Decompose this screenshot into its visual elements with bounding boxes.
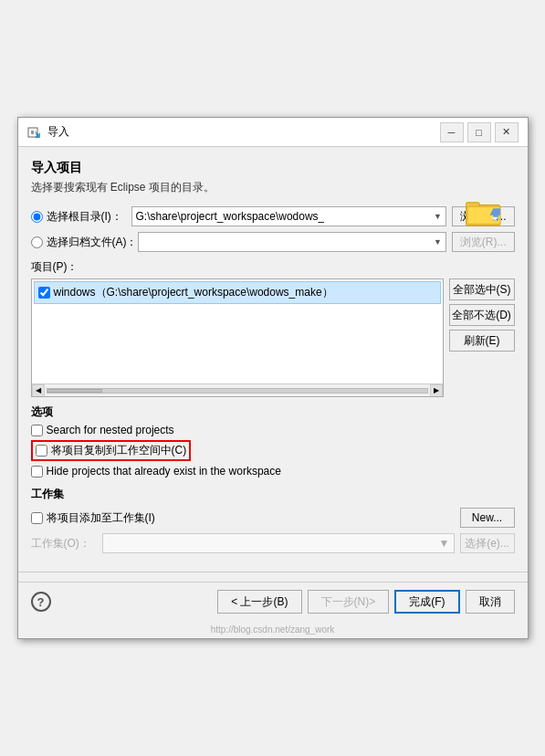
header-area: 导入项目 选择要搜索现有 Eclipse 项目的目录。 xyxy=(31,160,515,195)
titlebar-left: 导入 xyxy=(27,124,69,140)
footer-buttons: < 上一步(B) 下一步(N)> 完成(F) 取消 xyxy=(217,590,514,614)
bottom-bar: ? < 上一步(B) 下一步(N)> 完成(F) 取消 xyxy=(18,582,528,623)
select-all-button[interactable]: 全部选中(S) xyxy=(449,278,515,300)
page-title: 导入项目 xyxy=(31,160,515,176)
close-button[interactable]: ✕ xyxy=(495,122,519,142)
root-directory-combo[interactable]: G:\share\projecrt_workspace\wodows_ ▼ xyxy=(131,206,446,226)
add-to-workset-checkbox[interactable] xyxy=(31,512,43,524)
copy-to-workspace-row: 将项目复制到工作空间中(C) xyxy=(31,440,515,461)
copy-to-workspace-highlight: 将项目复制到工作空间中(C) xyxy=(31,440,192,461)
copy-to-workspace-checkbox[interactable] xyxy=(36,445,47,457)
project-item-label: windows（G:\share\projecrt_workspace\wodo… xyxy=(54,285,333,300)
dialog-content: 导入项目 选择要搜索现有 Eclipse 项目的目录。 选择根目录(I)： xyxy=(18,147,528,562)
combo-arrow-root: ▼ xyxy=(434,212,442,221)
projects-action-buttons: 全部选中(S) 全部不选(D) 刷新(E) xyxy=(449,278,515,397)
select-workset-button[interactable]: 选择(e)... xyxy=(460,533,515,553)
workset-combo-label: 工作集(O)： xyxy=(31,536,97,551)
combo-arrow-archive: ▼ xyxy=(434,237,442,247)
archive-combo[interactable]: ▼ xyxy=(138,232,446,252)
browse-archive-button[interactable]: 浏览(R)... xyxy=(452,232,515,252)
radio-archive-label[interactable]: 选择归档文件(A)： xyxy=(31,235,138,250)
table-row[interactable]: windows（G:\share\projecrt_workspace\wodo… xyxy=(34,281,441,304)
dialog-window: 导入 ─ □ ✕ 导入项目 选择要搜索现有 Eclipse 项目的目录。 xyxy=(17,117,529,639)
radio-archive-row: 选择归档文件(A)： ▼ 浏览(R)... xyxy=(31,232,515,252)
minimize-button[interactable]: ─ xyxy=(440,122,464,142)
dialog-icon xyxy=(27,125,42,140)
hide-existing-checkbox[interactable] xyxy=(31,466,43,478)
root-directory-value: G:\share\projecrt_workspace\wodows_ xyxy=(136,210,325,223)
horizontal-scrollbar[interactable]: ◀ ▶ xyxy=(32,383,443,396)
bottom-divider xyxy=(18,572,528,572)
maximize-button[interactable]: □ xyxy=(467,122,491,142)
options-label: 选项 xyxy=(31,404,515,420)
folder-icon-large xyxy=(466,198,502,230)
deselect-all-button[interactable]: 全部不选(D) xyxy=(449,304,515,326)
workset-combo-arrow: ▼ xyxy=(439,537,450,550)
titlebar-controls: ─ □ ✕ xyxy=(440,122,519,142)
nested-projects-label: Search for nested projects xyxy=(47,424,174,436)
options-section: 选项 Search for nested projects 将项目复制到工作空间… xyxy=(31,404,515,478)
workset-add-inner: 将项目添加至工作集(I) xyxy=(31,510,155,526)
refresh-button[interactable]: 刷新(E) xyxy=(449,330,515,352)
titlebar: 导入 ─ □ ✕ xyxy=(18,118,528,147)
scrollbar-thumb[interactable] xyxy=(47,389,102,393)
scrollbar-track[interactable] xyxy=(47,388,428,394)
nested-projects-checkbox[interactable] xyxy=(31,425,43,436)
projects-area: windows（G:\share\projecrt_workspace\wodo… xyxy=(31,278,515,397)
workset-add-row: 将项目添加至工作集(I) New... xyxy=(31,508,515,528)
scroll-left-button[interactable]: ◀ xyxy=(32,384,45,397)
radio-root-input[interactable] xyxy=(31,211,43,223)
cancel-button[interactable]: 取消 xyxy=(466,590,515,614)
finish-button[interactable]: 完成(F) xyxy=(394,590,459,614)
titlebar-title: 导入 xyxy=(47,124,69,140)
radio-archive-input[interactable] xyxy=(31,236,43,248)
nested-projects-row: Search for nested projects xyxy=(31,424,515,436)
projects-list-inner: windows（G:\share\projecrt_workspace\wodo… xyxy=(32,279,443,306)
radio-root-label[interactable]: 选择根目录(I)： xyxy=(31,209,131,225)
hide-existing-label: Hide projects that already exist in the … xyxy=(47,465,281,478)
workset-combo-row: 工作集(O)： ▼ 选择(e)... xyxy=(31,533,515,553)
page-description: 选择要搜索现有 Eclipse 项目的目录。 xyxy=(31,180,515,195)
hide-existing-row: Hide projects that already exist in the … xyxy=(31,465,515,478)
workset-label: 工作集 xyxy=(31,487,515,502)
archive-dropdown-row: ▼ 浏览(R)... xyxy=(138,232,515,252)
radio-root-row: 选择根目录(I)： G:\share\projecrt_workspace\wo… xyxy=(31,206,515,226)
copy-to-workspace-label: 将项目复制到工作空间中(C) xyxy=(51,443,187,458)
next-button[interactable]: 下一步(N)> xyxy=(308,590,390,614)
projects-label: 项目(P)： xyxy=(31,259,515,275)
back-button[interactable]: < 上一步(B) xyxy=(217,590,301,614)
watermark: http://blog.csdn.net/zang_work xyxy=(18,623,528,638)
new-workset-button[interactable]: New... xyxy=(460,508,515,528)
root-dropdown-row: G:\share\projecrt_workspace\wodows_ ▼ 浏览… xyxy=(131,206,515,226)
workset-combo[interactable]: ▼ xyxy=(102,533,455,553)
help-button[interactable]: ? xyxy=(31,592,51,612)
projects-list[interactable]: windows（G:\share\projecrt_workspace\wodo… xyxy=(31,278,444,397)
add-to-workset-label: 将项目添加至工作集(I) xyxy=(47,510,155,526)
scroll-right-button[interactable]: ▶ xyxy=(430,384,443,397)
workset-section: 工作集 将项目添加至工作集(I) New... 工作集(O)： ▼ 选择(e).… xyxy=(31,487,515,553)
project-checkbox[interactable] xyxy=(38,287,50,299)
